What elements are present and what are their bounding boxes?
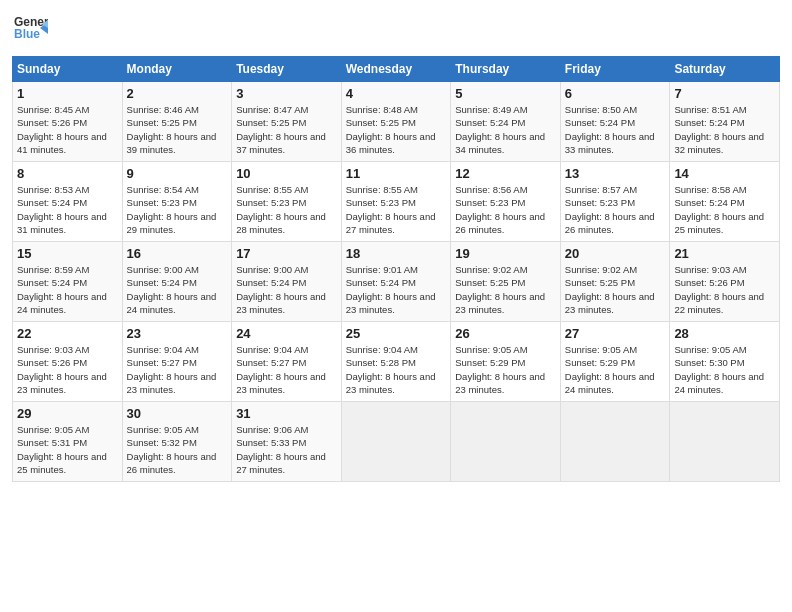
day-cell-2: 2Sunrise: 8:46 AMSunset: 5:25 PMDaylight… — [122, 82, 232, 162]
day-number: 14 — [674, 166, 775, 181]
day-number: 9 — [127, 166, 228, 181]
day-info: Sunrise: 8:46 AMSunset: 5:25 PMDaylight:… — [127, 103, 228, 156]
day-info: Sunrise: 8:49 AMSunset: 5:24 PMDaylight:… — [455, 103, 556, 156]
day-cell-4: 4Sunrise: 8:48 AMSunset: 5:25 PMDaylight… — [341, 82, 451, 162]
day-of-week-friday: Friday — [560, 57, 670, 82]
day-number: 29 — [17, 406, 118, 421]
day-cell-27: 27Sunrise: 9:05 AMSunset: 5:29 PMDayligh… — [560, 322, 670, 402]
calendar-week-3: 15Sunrise: 8:59 AMSunset: 5:24 PMDayligh… — [13, 242, 780, 322]
day-info: Sunrise: 9:05 AMSunset: 5:29 PMDaylight:… — [565, 343, 666, 396]
day-cell-23: 23Sunrise: 9:04 AMSunset: 5:27 PMDayligh… — [122, 322, 232, 402]
day-number: 21 — [674, 246, 775, 261]
day-of-week-tuesday: Tuesday — [232, 57, 342, 82]
day-cell-7: 7Sunrise: 8:51 AMSunset: 5:24 PMDaylight… — [670, 82, 780, 162]
day-cell-24: 24Sunrise: 9:04 AMSunset: 5:27 PMDayligh… — [232, 322, 342, 402]
day-number: 13 — [565, 166, 666, 181]
day-number: 5 — [455, 86, 556, 101]
calendar-week-4: 22Sunrise: 9:03 AMSunset: 5:26 PMDayligh… — [13, 322, 780, 402]
day-number: 16 — [127, 246, 228, 261]
day-number: 8 — [17, 166, 118, 181]
day-cell-30: 30Sunrise: 9:05 AMSunset: 5:32 PMDayligh… — [122, 402, 232, 482]
empty-cell — [670, 402, 780, 482]
day-info: Sunrise: 9:04 AMSunset: 5:27 PMDaylight:… — [236, 343, 337, 396]
empty-cell — [560, 402, 670, 482]
day-cell-21: 21Sunrise: 9:03 AMSunset: 5:26 PMDayligh… — [670, 242, 780, 322]
day-info: Sunrise: 9:06 AMSunset: 5:33 PMDaylight:… — [236, 423, 337, 476]
day-number: 25 — [346, 326, 447, 341]
day-cell-29: 29Sunrise: 9:05 AMSunset: 5:31 PMDayligh… — [13, 402, 123, 482]
calendar-header: SundayMondayTuesdayWednesdayThursdayFrid… — [13, 57, 780, 82]
day-cell-28: 28Sunrise: 9:05 AMSunset: 5:30 PMDayligh… — [670, 322, 780, 402]
day-info: Sunrise: 8:59 AMSunset: 5:24 PMDaylight:… — [17, 263, 118, 316]
day-number: 6 — [565, 86, 666, 101]
day-info: Sunrise: 8:50 AMSunset: 5:24 PMDaylight:… — [565, 103, 666, 156]
day-number: 18 — [346, 246, 447, 261]
day-cell-18: 18Sunrise: 9:01 AMSunset: 5:24 PMDayligh… — [341, 242, 451, 322]
day-info: Sunrise: 9:03 AMSunset: 5:26 PMDaylight:… — [674, 263, 775, 316]
day-cell-22: 22Sunrise: 9:03 AMSunset: 5:26 PMDayligh… — [13, 322, 123, 402]
day-of-week-thursday: Thursday — [451, 57, 561, 82]
day-cell-10: 10Sunrise: 8:55 AMSunset: 5:23 PMDayligh… — [232, 162, 342, 242]
logo-icon: General Blue — [12, 10, 48, 46]
calendar-week-1: 1Sunrise: 8:45 AMSunset: 5:26 PMDaylight… — [13, 82, 780, 162]
empty-cell — [451, 402, 561, 482]
day-cell-16: 16Sunrise: 9:00 AMSunset: 5:24 PMDayligh… — [122, 242, 232, 322]
day-of-week-wednesday: Wednesday — [341, 57, 451, 82]
day-info: Sunrise: 8:47 AMSunset: 5:25 PMDaylight:… — [236, 103, 337, 156]
day-info: Sunrise: 8:56 AMSunset: 5:23 PMDaylight:… — [455, 183, 556, 236]
svg-text:Blue: Blue — [14, 27, 40, 41]
day-number: 15 — [17, 246, 118, 261]
day-info: Sunrise: 8:54 AMSunset: 5:23 PMDaylight:… — [127, 183, 228, 236]
day-cell-15: 15Sunrise: 8:59 AMSunset: 5:24 PMDayligh… — [13, 242, 123, 322]
day-cell-20: 20Sunrise: 9:02 AMSunset: 5:25 PMDayligh… — [560, 242, 670, 322]
day-cell-1: 1Sunrise: 8:45 AMSunset: 5:26 PMDaylight… — [13, 82, 123, 162]
day-info: Sunrise: 9:03 AMSunset: 5:26 PMDaylight:… — [17, 343, 118, 396]
day-info: Sunrise: 9:04 AMSunset: 5:27 PMDaylight:… — [127, 343, 228, 396]
day-number: 23 — [127, 326, 228, 341]
day-of-week-saturday: Saturday — [670, 57, 780, 82]
day-cell-19: 19Sunrise: 9:02 AMSunset: 5:25 PMDayligh… — [451, 242, 561, 322]
day-cell-13: 13Sunrise: 8:57 AMSunset: 5:23 PMDayligh… — [560, 162, 670, 242]
logo: General Blue — [12, 10, 48, 50]
day-of-week-sunday: Sunday — [13, 57, 123, 82]
day-info: Sunrise: 9:02 AMSunset: 5:25 PMDaylight:… — [565, 263, 666, 316]
day-of-week-monday: Monday — [122, 57, 232, 82]
day-cell-26: 26Sunrise: 9:05 AMSunset: 5:29 PMDayligh… — [451, 322, 561, 402]
day-number: 19 — [455, 246, 556, 261]
day-number: 11 — [346, 166, 447, 181]
day-number: 31 — [236, 406, 337, 421]
day-cell-8: 8Sunrise: 8:53 AMSunset: 5:24 PMDaylight… — [13, 162, 123, 242]
day-info: Sunrise: 9:00 AMSunset: 5:24 PMDaylight:… — [236, 263, 337, 316]
day-info: Sunrise: 8:45 AMSunset: 5:26 PMDaylight:… — [17, 103, 118, 156]
day-info: Sunrise: 9:05 AMSunset: 5:31 PMDaylight:… — [17, 423, 118, 476]
calendar-week-2: 8Sunrise: 8:53 AMSunset: 5:24 PMDaylight… — [13, 162, 780, 242]
day-info: Sunrise: 8:51 AMSunset: 5:24 PMDaylight:… — [674, 103, 775, 156]
day-info: Sunrise: 8:55 AMSunset: 5:23 PMDaylight:… — [236, 183, 337, 236]
day-info: Sunrise: 8:48 AMSunset: 5:25 PMDaylight:… — [346, 103, 447, 156]
day-cell-31: 31Sunrise: 9:06 AMSunset: 5:33 PMDayligh… — [232, 402, 342, 482]
day-number: 10 — [236, 166, 337, 181]
calendar-week-5: 29Sunrise: 9:05 AMSunset: 5:31 PMDayligh… — [13, 402, 780, 482]
day-cell-17: 17Sunrise: 9:00 AMSunset: 5:24 PMDayligh… — [232, 242, 342, 322]
day-number: 2 — [127, 86, 228, 101]
day-cell-9: 9Sunrise: 8:54 AMSunset: 5:23 PMDaylight… — [122, 162, 232, 242]
day-cell-6: 6Sunrise: 8:50 AMSunset: 5:24 PMDaylight… — [560, 82, 670, 162]
day-info: Sunrise: 9:05 AMSunset: 5:30 PMDaylight:… — [674, 343, 775, 396]
day-info: Sunrise: 9:05 AMSunset: 5:32 PMDaylight:… — [127, 423, 228, 476]
day-number: 24 — [236, 326, 337, 341]
day-number: 17 — [236, 246, 337, 261]
day-number: 22 — [17, 326, 118, 341]
day-cell-25: 25Sunrise: 9:04 AMSunset: 5:28 PMDayligh… — [341, 322, 451, 402]
empty-cell — [341, 402, 451, 482]
day-number: 7 — [674, 86, 775, 101]
day-info: Sunrise: 8:57 AMSunset: 5:23 PMDaylight:… — [565, 183, 666, 236]
day-number: 3 — [236, 86, 337, 101]
day-cell-11: 11Sunrise: 8:55 AMSunset: 5:23 PMDayligh… — [341, 162, 451, 242]
day-cell-5: 5Sunrise: 8:49 AMSunset: 5:24 PMDaylight… — [451, 82, 561, 162]
day-number: 1 — [17, 86, 118, 101]
day-info: Sunrise: 8:55 AMSunset: 5:23 PMDaylight:… — [346, 183, 447, 236]
day-info: Sunrise: 9:00 AMSunset: 5:24 PMDaylight:… — [127, 263, 228, 316]
day-info: Sunrise: 9:05 AMSunset: 5:29 PMDaylight:… — [455, 343, 556, 396]
day-info: Sunrise: 8:53 AMSunset: 5:24 PMDaylight:… — [17, 183, 118, 236]
day-info: Sunrise: 9:04 AMSunset: 5:28 PMDaylight:… — [346, 343, 447, 396]
